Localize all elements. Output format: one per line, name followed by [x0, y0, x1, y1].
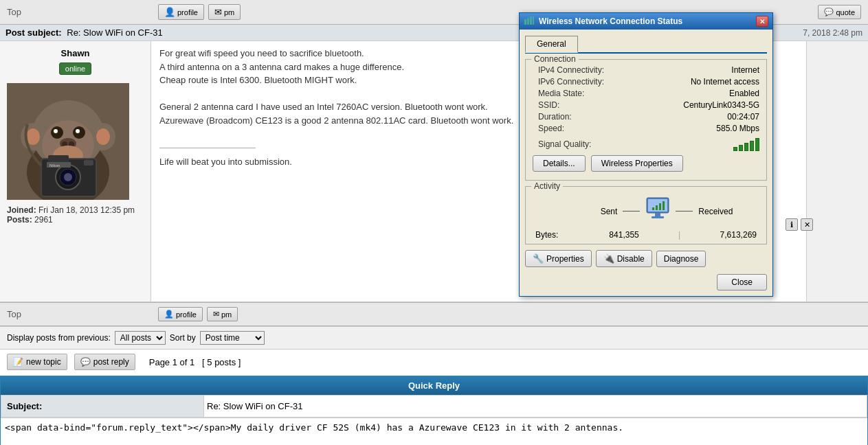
wireless-properties-button[interactable]: Wireless Properties [591, 155, 683, 172]
ipv6-label: IPv6 Connectivity: [533, 77, 604, 87]
svg-rect-24 [524, 19, 526, 25]
pm-icon-bottom: ✉ [213, 310, 219, 319]
signal-quality-row: Signal Quality: [533, 137, 759, 151]
ssid-value: CenturyLink0343-5G [683, 100, 759, 110]
properties-icon: 🔧 [533, 253, 544, 264]
activity-header-row: Sent [533, 195, 759, 227]
speed-value: 585.0 Mbps [716, 124, 759, 133]
duration-row: Duration: 00:24:07 [533, 112, 759, 122]
quick-reply-section: Quick Reply Subject: <span data-bind="fo… [0, 376, 868, 445]
activity-arrows [623, 195, 693, 227]
received-label: Received [698, 207, 733, 216]
wireless-network-dialog: Wireless Network Connection Status ✕ Gen… [519, 12, 773, 297]
svg-rect-25 [527, 18, 529, 25]
duration-label: Duration: [533, 112, 572, 122]
ipv4-row: IPv4 Connectivity: Internet [533, 65, 759, 75]
svg-rect-32 [652, 207, 654, 210]
ipv4-label: IPv4 Connectivity: [533, 65, 604, 75]
reply-textarea[interactable]: <span data-bind="forum.reply_text"></spa… [1, 418, 867, 445]
new-topic-icon: 📝 [13, 357, 23, 367]
sent-label: Sent [601, 207, 618, 216]
author-name: Shawn [7, 48, 144, 58]
info-icon-btn[interactable]: ℹ [786, 218, 798, 231]
quick-reply-header: Quick Reply [1, 376, 867, 395]
author-meta: Joined: Fri Jan 18, 2013 12:35 pm Posts:… [7, 205, 144, 225]
pm-button-bottom[interactable]: ✉ pm [207, 307, 238, 321]
post-timestamp: 7, 2018 2:48 pm [803, 28, 863, 38]
svg-rect-31 [652, 216, 664, 218]
dialog-title-icon [524, 16, 535, 27]
signal-bars [733, 137, 759, 151]
display-posts-select[interactable]: All posts 1 day 7 days 2 weeks [115, 331, 166, 345]
ipv6-row: IPv6 Connectivity: No Internet access [533, 77, 759, 87]
svg-rect-35 [663, 201, 665, 210]
svg-point-10 [54, 129, 58, 133]
media-state-label: Media State: [533, 89, 584, 98]
top-link[interactable]: Top [7, 7, 89, 17]
post-reply-icon: 💬 [80, 357, 91, 367]
bytes-received-value: 7,613,269 [720, 230, 757, 240]
tab-strip: General [525, 35, 767, 54]
media-state-value: Enabled [729, 89, 759, 98]
media-state-row: Media State: Enabled [533, 89, 759, 98]
details-button[interactable]: Details... [533, 155, 586, 172]
profile-button-bottom[interactable]: 👤 profile [158, 307, 203, 321]
speed-label: Speed: [533, 124, 564, 133]
bytes-label: Bytes: [535, 230, 570, 240]
subject-input[interactable] [204, 396, 867, 417]
svg-rect-26 [530, 16, 532, 25]
dialog-titlebar[interactable]: Wireless Network Connection Status ✕ [520, 13, 772, 30]
properties-button[interactable]: 🔧 Properties [525, 250, 592, 267]
pm-icon: ✉ [214, 7, 222, 17]
disable-button[interactable]: 🔌 Disable [596, 250, 652, 267]
connection-group-title: Connection [531, 54, 579, 64]
profile-button-top[interactable]: 👤 profile [158, 4, 204, 20]
subject-label: Subject: [1, 396, 204, 417]
svg-point-11 [76, 129, 80, 133]
signature-divider [159, 148, 256, 148]
duration-value: 00:24:07 [727, 112, 759, 122]
diagnose-button[interactable]: Diagnose [656, 251, 706, 267]
signal-bar-4 [750, 141, 754, 151]
top-link-bottom[interactable]: Top [7, 309, 89, 319]
signal-quality-label: Signal Quality: [533, 139, 591, 149]
disable-icon: 🔌 [603, 253, 614, 264]
avatar: Nikon [7, 83, 129, 200]
signal-bar-5 [755, 138, 759, 151]
connection-buttons-row: Details... Wireless Properties [533, 155, 759, 172]
ssid-label: SSID: [533, 100, 559, 110]
signal-bar-2 [739, 145, 743, 151]
bytes-sent-value: 841,355 [609, 230, 638, 240]
post-reply-button[interactable]: 💬 post reply [74, 354, 135, 370]
network-icon [643, 195, 673, 227]
quote-button-top[interactable]: 💬 quote [818, 5, 861, 19]
mini-close-btn[interactable]: ✕ [801, 218, 813, 231]
profile-icon-bottom: 👤 [164, 310, 174, 319]
tab-general[interactable]: General [525, 36, 578, 53]
sort-by-select[interactable]: Post time Post subject Author [200, 331, 265, 345]
svg-rect-34 [659, 203, 661, 210]
ipv4-value: Internet [731, 65, 759, 75]
svg-rect-21 [84, 160, 93, 166]
svg-point-20 [64, 173, 72, 181]
bytes-row: Bytes: 841,355 | 7,613,269 [533, 230, 759, 240]
post-subject: Post subject: Re: Slow WiFi on CF-31 [5, 27, 163, 38]
close-row: Close [525, 274, 767, 290]
close-button[interactable]: Close [717, 274, 767, 290]
quote-column [806, 41, 868, 301]
svg-rect-27 [533, 16, 534, 25]
page-info: Page 1 of 1 [ 5 posts ] [149, 357, 241, 367]
pm-button-top[interactable]: ✉ pm [208, 4, 241, 20]
ipv6-value: No Internet access [691, 77, 759, 87]
bottom-buttons-row: 🔧 Properties 🔌 Disable Diagnose [525, 250, 767, 267]
signal-bar-1 [733, 147, 737, 151]
activity-group: Activity Sent [525, 186, 767, 244]
connection-group: Connection IPv4 Connectivity: Internet I… [525, 59, 767, 181]
ssid-row: SSID: CenturyLink0343-5G [533, 100, 759, 110]
new-topic-button[interactable]: 📝 new topic [7, 354, 67, 370]
dialog-close-x-button[interactable]: ✕ [756, 16, 768, 27]
svg-text:Nikon: Nikon [49, 163, 60, 168]
svg-point-6 [96, 128, 110, 145]
activity-group-title: Activity [531, 181, 563, 191]
signal-bar-3 [744, 143, 748, 151]
